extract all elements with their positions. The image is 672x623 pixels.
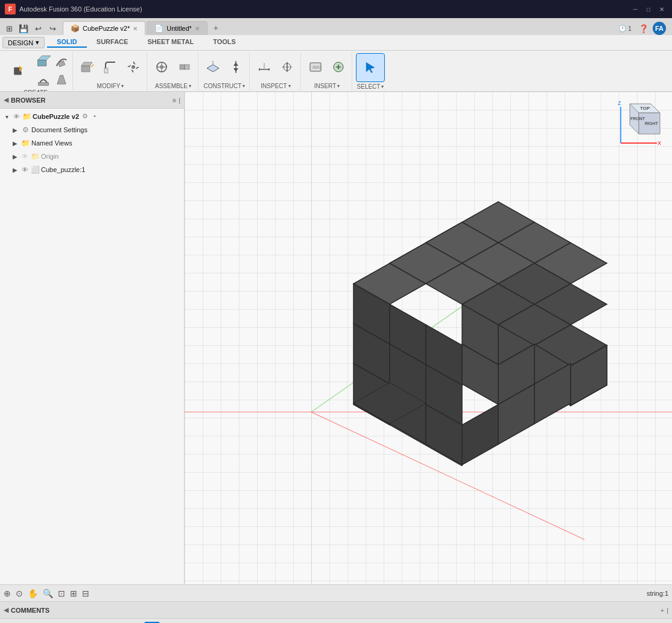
tree-arrow-root[interactable]: ▾: [2, 112, 11, 121]
help-button[interactable]: ❓: [637, 22, 650, 35]
minimize-button[interactable]: ─: [630, 4, 641, 14]
tab-untitled[interactable]: 📄 Untitled* ✕: [147, 21, 208, 35]
fit-button[interactable]: ⊡: [58, 589, 65, 598]
create-new-body-button[interactable]: +: [5, 56, 34, 85]
measure-button[interactable]: [253, 56, 275, 78]
tab-cubepuzzle[interactable]: 📦 CubePuzzle v2* ✕: [63, 21, 145, 35]
construct-group-label[interactable]: CONSTRUCT ▾: [204, 83, 246, 89]
subtab-tools[interactable]: TOOLS: [203, 37, 246, 48]
svg-line-10: [91, 65, 94, 67]
bottom-bar: ⊕ ⊙ ✋ 🔍 ⊡ ⊞ ⊟ string:1: [0, 584, 672, 601]
svg-text:IMG: IMG: [312, 65, 322, 70]
tree-eye-cube-puzzle[interactable]: 👁: [21, 165, 29, 174]
sidebar-pin-button[interactable]: |: [179, 97, 180, 104]
tree-icon-root: 📁: [22, 112, 31, 121]
qa-save-button[interactable]: 💾: [17, 22, 30, 35]
toolbar-group-construct: CONSTRUCT ▾: [200, 52, 250, 91]
toolbar-group-inspect: INSPECT ▾: [251, 52, 301, 91]
inspect-group-label[interactable]: INSPECT ▾: [261, 83, 290, 89]
display-button[interactable]: ⊞: [70, 589, 77, 598]
tree-icon-doc-settings: ⚙: [21, 125, 30, 135]
section-analysis-button[interactable]: [276, 56, 298, 78]
insert-group-label[interactable]: INSERT ▾: [314, 83, 340, 89]
main-layout: ◀ BROWSER ≡ | ▾ 👁 📁 CubePuzzle v2 ⚙ • ▶ …: [0, 92, 672, 584]
toolbar-group-create: +: [2, 52, 73, 91]
qa-home-button[interactable]: ⊞: [2, 22, 16, 35]
select-button[interactable]: [356, 53, 385, 82]
toolbar-group-insert: IMG INSERT ▾: [302, 52, 352, 91]
look-at-button[interactable]: ⊙: [16, 589, 23, 598]
subtab-solid[interactable]: SOLID: [47, 37, 87, 48]
tree-item-origin[interactable]: ▶ 👁 📁 Origin: [8, 150, 184, 163]
svg-marker-75: [462, 404, 498, 465]
tree-eye-origin[interactable]: 👁: [21, 152, 29, 161]
tree-eye-root[interactable]: 👁: [12, 112, 21, 121]
assemble-more-button[interactable]: [174, 56, 195, 78]
viewport[interactable]: X Z TOP FRONT RIGHT: [185, 92, 672, 584]
svg-rect-11: [104, 68, 108, 73]
svg-point-20: [160, 65, 163, 69]
select-group-label[interactable]: SELECT ▾: [357, 83, 384, 90]
sidebar-options-button[interactable]: ≡: [173, 97, 176, 104]
account-button[interactable]: FA: [653, 22, 666, 35]
pan-button[interactable]: ✋: [28, 589, 38, 598]
svg-rect-22: [185, 65, 189, 69]
comments-add-button[interactable]: +: [661, 607, 664, 614]
viewcube[interactable]: X Z TOP FRONT RIGHT: [612, 98, 666, 152]
cube-puzzle-model: [305, 188, 655, 584]
tree-item-cube-puzzle[interactable]: ▶ 👁 ⬜ Cube_puzzle:1: [8, 163, 184, 176]
tab-cubepuzzle-close[interactable]: ✕: [133, 25, 138, 32]
svg-rect-5: [39, 82, 49, 85]
mode-selector[interactable]: DESIGN ▾: [2, 37, 45, 48]
axis-button[interactable]: [225, 56, 247, 78]
history-button[interactable]: 🕐1: [615, 22, 635, 35]
tab-untitled-close[interactable]: ✕: [195, 25, 200, 32]
tab-row: ⊞ 💾 ↩ ↪ 📦 CubePuzzle v2* ✕ 📄 Untitled* ✕…: [0, 18, 672, 35]
tree-item-named-views[interactable]: ▶ 📁 Named Views: [8, 136, 184, 150]
svg-marker-23: [207, 65, 219, 72]
zoom-button[interactable]: 🔍: [43, 589, 53, 598]
mode-arrow: ▾: [36, 39, 39, 46]
fillet-button[interactable]: [100, 56, 121, 78]
tree-arrow-named-views[interactable]: ▶: [11, 139, 19, 147]
tree-icon-origin: 📁: [30, 152, 40, 161]
sweep-button[interactable]: [53, 53, 70, 70]
press-pull-button[interactable]: [77, 56, 98, 78]
svg-text:+: +: [21, 68, 24, 74]
insert-more-button[interactable]: [328, 56, 349, 78]
tree-dot-root[interactable]: •: [94, 112, 102, 121]
insert-canvas-button[interactable]: IMG: [305, 56, 326, 78]
qa-redo-button[interactable]: ↪: [46, 22, 59, 35]
orbit-button[interactable]: ⊕: [4, 589, 11, 598]
extrude-button[interactable]: [35, 53, 52, 70]
tree-arrow-doc-settings[interactable]: ▶: [11, 126, 19, 134]
tab-add-button[interactable]: +: [209, 21, 223, 35]
bottom-toolbar: ⏮ ◀ ▶ ▶▶ ⏭ ⬜ ▣ ◻ ◼ ⊡ ⊞ ⊟ ◻ ◼ ⊡ ⊞ ⊟ ⊡ ⊞ ◻…: [0, 618, 672, 623]
tree-settings-root[interactable]: ⚙: [82, 112, 90, 121]
qa-undo-button[interactable]: ↩: [31, 22, 45, 35]
loft-button[interactable]: [53, 71, 70, 88]
comments-collapse-button[interactable]: ◀: [4, 606, 8, 614]
subtab-sheetmetal[interactable]: SHEET METAL: [138, 37, 203, 48]
sidebar-collapse-button[interactable]: ◀: [4, 96, 8, 104]
subtab-surface[interactable]: SURFACE: [87, 37, 138, 48]
svg-text:RIGHT: RIGHT: [645, 121, 659, 126]
tree-item-root[interactable]: ▾ 👁 📁 CubePuzzle v2 ⚙ •: [0, 110, 184, 123]
tree-arrow-origin[interactable]: ▶: [11, 152, 19, 161]
revolve-button[interactable]: [35, 71, 52, 88]
comments-title: COMMENTS: [11, 607, 658, 614]
window-controls: ─ □ ✕: [630, 4, 667, 14]
status-text: string:1: [647, 590, 668, 597]
assemble-group-label[interactable]: ASSEMBLE ▾: [155, 83, 191, 89]
maximize-button[interactable]: □: [643, 4, 654, 14]
tree-arrow-cube-puzzle[interactable]: ▶: [11, 165, 19, 174]
comments-pin-button[interactable]: |: [667, 607, 668, 614]
joint-button[interactable]: [151, 56, 173, 78]
offset-plane-button[interactable]: [202, 56, 224, 78]
move-button[interactable]: [122, 56, 144, 78]
modify-group-label[interactable]: MODIFY ▾: [97, 83, 124, 89]
sidebar-header: ◀ BROWSER ≡ |: [0, 92, 184, 109]
close-button[interactable]: ✕: [656, 4, 667, 14]
tree-item-doc-settings[interactable]: ▶ ⚙ Document Settings: [8, 123, 184, 136]
grid-button[interactable]: ⊟: [82, 589, 89, 598]
